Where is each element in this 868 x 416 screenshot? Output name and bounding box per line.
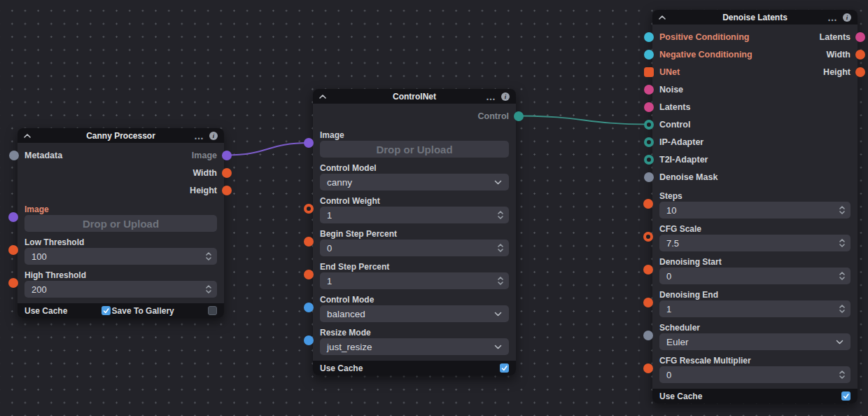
select-chevron	[494, 180, 502, 185]
stepper-up-button[interactable]	[839, 206, 845, 209]
stepper-down-button[interactable]	[206, 257, 211, 261]
node-header[interactable]: ControlNet…i	[313, 89, 516, 104]
port-handle-height-out[interactable]	[222, 186, 232, 195]
port-handle-unet-in[interactable]	[644, 67, 654, 77]
field-handle-low-threshold[interactable]	[8, 245, 18, 255]
field-handle-high-threshold[interactable]	[8, 278, 18, 288]
field-handle-steps[interactable]	[643, 199, 653, 209]
stepper-up-button[interactable]	[839, 272, 845, 275]
io-row: UNetHeight	[659, 63, 850, 81]
number-input-denoising-end[interactable]: 1	[659, 300, 850, 317]
io-row: IP-Adapter	[659, 133, 850, 151]
image-dropzone[interactable]: Drop or Upload	[320, 141, 509, 158]
number-input-steps[interactable]: 10	[659, 202, 850, 219]
workflow-canvas[interactable]: Canny Processor…iMetadataImageWidthHeigh…	[0, 0, 868, 416]
stepper-up-button[interactable]	[839, 370, 845, 374]
select-resize-mode[interactable]: just_resize	[320, 338, 509, 355]
io-row: T2I-Adapter	[659, 151, 850, 168]
select-control-mode[interactable]: balanced	[320, 305, 509, 322]
info-icon[interactable]: i	[843, 13, 851, 22]
field-handle-denoising-end[interactable]	[643, 298, 653, 307]
stepper-up-button[interactable]	[839, 239, 845, 242]
port-handle-negative-conditioning-in[interactable]	[644, 50, 654, 60]
collapse-button[interactable]	[659, 15, 666, 20]
stepper-up-button[interactable]	[498, 244, 503, 247]
io-row: Width	[24, 164, 217, 181]
stepper-down-button[interactable]	[839, 375, 845, 379]
port-handle-width-out[interactable]	[855, 50, 865, 60]
field-handle-begin-step-percent[interactable]	[304, 237, 314, 247]
field-handle-scheduler[interactable]	[643, 331, 653, 340]
image-dropzone[interactable]: Drop or Upload	[24, 215, 217, 232]
field-handle-cfg-scale[interactable]	[643, 232, 653, 242]
field-low-threshold: Low Threshold100	[24, 237, 217, 265]
field-handle-control-mode[interactable]	[304, 303, 314, 312]
info-icon[interactable]: i	[501, 92, 510, 101]
port-handle-image-out[interactable]	[222, 151, 232, 160]
use-cache-checkbox[interactable]	[102, 306, 111, 315]
stepper-down-button[interactable]	[206, 290, 211, 293]
chevron-down-icon	[498, 216, 503, 219]
number-input-cfg-rescale-multiplier[interactable]: 0	[659, 366, 850, 383]
number-input-denoising-start[interactable]: 0	[659, 268, 850, 284]
stepper-down-button[interactable]	[839, 244, 845, 247]
port-handle-latents-in[interactable]	[644, 102, 654, 112]
field-label-denoising-end: Denoising End	[659, 289, 850, 300]
port-handle-denoise-mask-in[interactable]	[644, 172, 654, 182]
node-header[interactable]: Canny Processor…i	[18, 128, 224, 143]
port-handle-latents-out[interactable]	[855, 32, 865, 42]
number-input-begin-step-percent[interactable]: 0	[320, 240, 509, 256]
node-menu-ellipsis-icon[interactable]: …	[827, 14, 838, 21]
port-handle-metadata-in[interactable]	[9, 151, 19, 160]
port-handle-height-out[interactable]	[855, 67, 865, 77]
select-scheduler[interactable]: Euler	[659, 333, 850, 350]
number-stepper	[206, 285, 217, 293]
stepper-up-button[interactable]	[839, 305, 845, 308]
edge-controlnet-control-to-denoise-control[interactable]	[519, 116, 649, 125]
input-value: 0	[659, 271, 671, 282]
select-control-model[interactable]: canny	[320, 174, 509, 190]
node-menu-ellipsis-icon[interactable]: …	[486, 93, 496, 100]
use-cache-checkbox[interactable]	[500, 363, 509, 373]
collapse-button[interactable]	[24, 134, 31, 138]
field-handle-end-step-percent[interactable]	[304, 270, 314, 279]
chevron-up-icon	[839, 305, 845, 308]
stepper-down-button[interactable]	[839, 211, 845, 214]
number-input-cfg-scale[interactable]: 7.5	[659, 235, 850, 251]
stepper-down-button[interactable]	[839, 277, 845, 280]
number-input-low-threshold[interactable]: 100	[24, 248, 217, 265]
field-handle-control-weight[interactable]	[304, 204, 314, 214]
field-handle-resize-mode[interactable]	[304, 335, 314, 345]
stepper-up-button[interactable]	[498, 277, 503, 280]
node-controlnet: ControlNet…iControlImageDrop or UploadCo…	[313, 89, 516, 375]
stepper-down-button[interactable]	[839, 310, 845, 313]
field-handle-denoising-start[interactable]	[643, 265, 653, 275]
collapse-button[interactable]	[319, 95, 326, 99]
info-icon[interactable]: i	[209, 132, 218, 140]
port-handle-control-in[interactable]	[644, 120, 654, 130]
stepper-down-button[interactable]	[498, 282, 503, 285]
field-handle-image-field[interactable]	[8, 212, 18, 222]
port-handle-width-out[interactable]	[222, 168, 232, 178]
field-handle-cfg-rescale-multiplier[interactable]	[643, 363, 653, 373]
stepper-up-button[interactable]	[498, 211, 503, 214]
node-header[interactable]: Denoise Latents…i	[652, 10, 858, 25]
field-handle-image-field[interactable]	[304, 138, 314, 148]
number-input-control-weight[interactable]: 1	[320, 207, 509, 223]
number-input-high-threshold[interactable]: 200	[24, 281, 217, 298]
use-cache-checkbox[interactable]	[841, 391, 850, 401]
edge-canny-image-to-controlnet-image[interactable]	[227, 143, 309, 155]
port-handle-t2i-adapter-in[interactable]	[644, 155, 654, 165]
field-label-denoising-start: Denoising Start	[659, 256, 850, 268]
port-handle-ip-adapter-in[interactable]	[644, 137, 654, 147]
port-handle-control-out[interactable]	[514, 111, 524, 121]
port-handle-positive-conditioning-in[interactable]	[644, 32, 654, 42]
save-to-gallery-checkbox[interactable]	[208, 306, 217, 315]
stepper-down-button[interactable]	[498, 216, 503, 219]
stepper-up-button[interactable]	[206, 252, 211, 256]
port-handle-noise-in[interactable]	[644, 85, 654, 95]
stepper-down-button[interactable]	[498, 249, 503, 252]
node-menu-ellipsis-icon[interactable]: …	[194, 132, 204, 139]
number-input-end-step-percent[interactable]: 1	[320, 272, 509, 289]
stepper-up-button[interactable]	[206, 285, 211, 289]
